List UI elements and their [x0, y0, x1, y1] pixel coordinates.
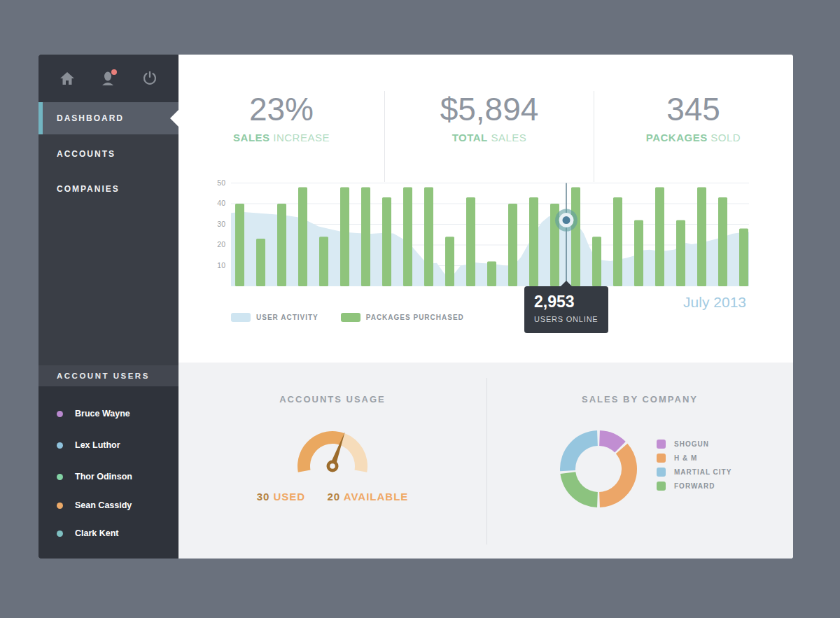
power-icon[interactable]: [141, 69, 159, 87]
sidebar-item-label: ACCOUNTS: [57, 149, 115, 159]
account-users-title: ACCOUNT USERS: [57, 372, 150, 380]
legend-label: FORWARD: [674, 482, 715, 490]
app-window: DASHBOARD ACCOUNTS COMPANIES ACCOUNT USE…: [38, 55, 793, 559]
accounts-usage-title: ACCOUNTS USAGE: [178, 394, 486, 405]
legend-swatch-packages-purchased: [341, 313, 360, 322]
stat-label-light: INCREASE: [273, 132, 330, 143]
legend-swatch: [657, 468, 666, 477]
main-content: 23% SALES INCREASE $5,894 TOTAL SALES 34…: [178, 55, 793, 559]
stat-label-strong: SALES: [233, 132, 270, 143]
y-tick-label: 50: [210, 178, 225, 187]
bottom-panels: ACCOUNTS USAGE 30 USED 20 AVAILABLE SALE…: [178, 363, 793, 559]
y-tick-label: 10: [210, 261, 225, 269]
legend-item: H & M: [657, 454, 732, 463]
legend-swatch-user-activity: [231, 313, 251, 322]
sidebar-iconbar: [38, 55, 178, 102]
sales-by-company-title: SALES BY COMPANY: [486, 394, 793, 405]
list-item[interactable]: Thor Odinson: [38, 468, 178, 485]
stat-value: 345: [666, 92, 720, 126]
account-users-list: Bruce Wayne Lex Luthor Thor Odinson Sean…: [38, 386, 178, 559]
gauge-available-value: 20: [327, 491, 340, 503]
sidebar-item-dashboard[interactable]: DASHBOARD: [38, 102, 178, 134]
list-item[interactable]: Lex Luthor: [38, 437, 178, 454]
stat-label-light: SALES: [491, 132, 526, 143]
stats-row: 23% SALES INCREASE $5,894 TOTAL SALES 34…: [178, 91, 793, 182]
accounts-usage-gauge: [293, 429, 372, 474]
home-icon[interactable]: [58, 69, 76, 87]
notification-dot: [111, 69, 117, 75]
account-users-header: ACCOUNT USERS: [38, 365, 178, 386]
tooltip-arrow: [561, 281, 572, 286]
sidebar-item-label: COMPANIES: [57, 184, 120, 194]
legend-label: USER ACTIVITY: [256, 314, 318, 321]
legend-swatch: [657, 482, 666, 491]
combo-chart-svg[interactable]: [231, 181, 749, 286]
legend-swatch: [657, 454, 666, 463]
user-status-dot: [57, 411, 63, 417]
gauge-used-label: USED: [274, 491, 306, 503]
user-status-dot: [57, 442, 63, 449]
user-status-dot: [57, 503, 63, 509]
gauge-used-value: 30: [257, 491, 270, 503]
sidebar-item-label: DASHBOARD: [57, 113, 124, 123]
legend-label: SHOGUN: [674, 440, 709, 448]
legend-label: MARTIAL CITY: [674, 468, 732, 476]
stat-label-light: SOLD: [710, 132, 741, 143]
tooltip-label: USERS ONLINE: [534, 315, 598, 323]
y-tick-label: 40: [210, 199, 225, 207]
list-item[interactable]: Sean Cassidy: [38, 497, 178, 514]
chart-legend: USER ACTIVITY PACKAGES PURCHASED: [231, 312, 486, 322]
sidebar: DASHBOARD ACCOUNTS COMPANIES ACCOUNT USE…: [38, 55, 178, 559]
stat-packages-sold: 345 PACKAGES SOLD: [594, 91, 792, 182]
legend-item: FORWARD: [657, 482, 732, 491]
gauge-labels: 30 USED 20 AVAILABLE: [178, 491, 486, 503]
stat-value: $5,894: [440, 92, 539, 126]
legend-item: SHOGUN: [657, 440, 732, 449]
legend-item: MARTIAL CITY: [657, 468, 732, 477]
user-icon[interactable]: [99, 69, 118, 87]
user-name: Lex Luthor: [75, 440, 120, 450]
y-tick-label: 20: [210, 240, 225, 248]
sidebar-item-accounts[interactable]: ACCOUNTS: [38, 144, 178, 164]
user-name: Sean Cassidy: [75, 500, 132, 510]
period-label: July 2013: [683, 294, 746, 311]
legend-label: H & M: [674, 454, 697, 462]
sales-donut-chart: [559, 429, 638, 509]
active-accent-bar: [38, 102, 43, 134]
stat-total-sales: $5,894 TOTAL SALES: [384, 91, 594, 182]
stat-label: SALES INCREASE: [233, 132, 330, 143]
list-item[interactable]: Bruce Wayne: [38, 405, 178, 422]
legend-label: PACKAGES PURCHASED: [366, 314, 464, 321]
user-name: Clark Kent: [75, 528, 119, 538]
active-notch: [170, 110, 178, 127]
stat-label: PACKAGES SOLD: [646, 132, 741, 143]
stat-label-strong: PACKAGES: [646, 132, 708, 143]
user-name: Bruce Wayne: [75, 409, 130, 419]
legend-swatch: [657, 440, 666, 449]
list-item[interactable]: Clark Kent: [38, 525, 178, 542]
tooltip-value: 2,953: [534, 293, 575, 311]
sidebar-item-companies[interactable]: COMPANIES: [38, 179, 178, 199]
stat-value: 23%: [249, 92, 314, 126]
users-online-tooltip: 2,953 USERS ONLINE: [524, 286, 608, 333]
user-status-dot: [57, 531, 63, 537]
stat-label-strong: TOTAL: [452, 132, 488, 143]
activity-chart[interactable]: 1020304050: [231, 181, 749, 286]
stat-label: TOTAL SALES: [452, 132, 527, 143]
user-status-dot: [57, 474, 63, 480]
donut-legend: SHOGUN H & M MARTIAL CITY FORWARD: [657, 440, 732, 496]
user-name: Thor Odinson: [75, 472, 132, 482]
stat-sales-increase: 23% SALES INCREASE: [178, 91, 384, 182]
gauge-available-label: AVAILABLE: [344, 491, 409, 503]
y-tick-label: 30: [210, 220, 225, 228]
